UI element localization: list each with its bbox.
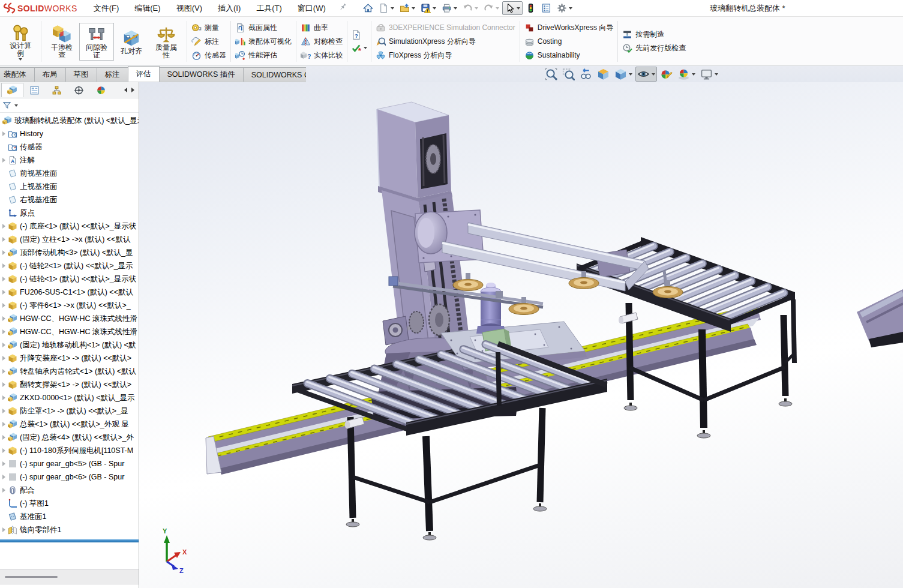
viewport-3d-scene[interactable]: Y X Z xyxy=(139,82,903,588)
file-properties-button[interactable] xyxy=(539,1,554,15)
ribbon-design-checker-button[interactable]: * xyxy=(351,43,367,53)
tree-filter-bar[interactable] xyxy=(0,98,139,113)
tree-item-22[interactable]: 总装<1> (默认) <<默认>_外观 显 xyxy=(0,418,139,431)
panel-tabs-scroll-left[interactable] xyxy=(124,88,127,92)
zoom-fit-button[interactable] xyxy=(543,67,559,82)
ribbon-DriveWorksXpress 向导-button[interactable]: DriveWorksXpress 向导 xyxy=(524,22,613,34)
dropdown-caret[interactable] xyxy=(412,7,415,10)
tab-装配体[interactable]: 装配体 xyxy=(0,67,35,82)
filter-dropdown-caret[interactable] xyxy=(14,104,18,107)
open-document-button[interactable] xyxy=(397,1,418,15)
tab-评估[interactable]: 评估 xyxy=(128,66,160,82)
expand-arrow-icon[interactable] xyxy=(0,158,8,163)
ribbon-先前发行版检查-button[interactable]: 先前发行版检查 xyxy=(622,42,686,55)
tree-item-24[interactable]: (-) 110-180系列伺服电机[110ST-M xyxy=(0,444,139,457)
dropdown-caret[interactable] xyxy=(692,73,695,76)
tree-root[interactable]: 玻璃翻转机总装配体 (默认) <默认_显示 xyxy=(0,114,139,127)
tree-item-29[interactable]: 基准面1 xyxy=(0,510,139,523)
dropdown-caret[interactable] xyxy=(364,47,367,49)
tree-item-0[interactable]: History xyxy=(0,127,139,140)
expand-arrow-icon[interactable] xyxy=(0,250,8,255)
tab-SOLIDWORKS 插件[interactable]: SOLIDWORKS 插件 xyxy=(159,67,244,82)
ribbon-间隙验证-button[interactable]: 间隙验证 xyxy=(79,23,114,61)
tree-item-21[interactable]: 防尘罩<1> -> (默认) <<默认>_显 xyxy=(0,404,139,418)
expand-arrow-icon[interactable] xyxy=(0,461,8,466)
tree-item-12[interactable]: FU206-SUS-C1<1> (默认) <<默认 xyxy=(0,286,139,299)
expand-arrow-icon[interactable] xyxy=(0,263,8,268)
tree-item-4[interactable]: 上视基准面 xyxy=(0,180,139,193)
configurationmanager-tab[interactable] xyxy=(46,83,68,97)
hide-show-items-button[interactable] xyxy=(635,67,657,82)
tree-item-3[interactable]: 前视基准面 xyxy=(0,167,139,180)
expand-arrow-icon[interactable] xyxy=(0,290,8,295)
ribbon-对称检查-button[interactable]: 对称检查 xyxy=(301,35,343,48)
dropdown-caret[interactable] xyxy=(715,73,718,76)
print-button[interactable] xyxy=(439,1,460,15)
tree-item-28[interactable]: (-) 草图1 xyxy=(0,497,139,510)
expand-arrow-icon[interactable] xyxy=(0,303,8,308)
panel-tabs-scroll-right[interactable] xyxy=(131,88,134,92)
expand-arrow-icon[interactable] xyxy=(0,435,8,440)
tree-item-15[interactable]: HGW-CC、HGW-HC 滚珠式线性滑 xyxy=(0,325,139,338)
display-style-button[interactable] xyxy=(613,67,634,82)
ribbon-设计算例-button[interactable]: 设计算例 xyxy=(3,21,38,62)
tree-item-5[interactable]: 右视基准面 xyxy=(0,193,139,206)
ribbon-孔对齐-button[interactable]: 孔对齐 xyxy=(114,26,149,56)
menu-insert[interactable]: 插入(I) xyxy=(210,0,248,16)
tree-item-10[interactable]: (-) 链轮2<1> (默认) <<默认>_显示 xyxy=(0,259,139,272)
ribbon-FloXpress 分析向导-button[interactable]: FloXpress 分析向导 xyxy=(376,49,515,62)
expand-arrow-icon[interactable] xyxy=(0,475,8,479)
dropdown-caret[interactable] xyxy=(454,7,457,10)
tree-item-16[interactable]: (固定) 地轨移动机构<1> (默认) <默 xyxy=(0,338,139,352)
redo-button[interactable] xyxy=(481,1,502,15)
pin-menubar-button[interactable] xyxy=(334,2,352,14)
expand-arrow-icon[interactable] xyxy=(0,488,8,493)
dropdown-caret[interactable] xyxy=(517,7,520,10)
menu-file[interactable]: 文件(F) xyxy=(86,0,127,16)
tree-item-27[interactable]: 配合 xyxy=(0,484,139,497)
ribbon-3DEXPERIENCE Simulation Connector-button[interactable]: 3DEXPERIENCE Simulation Connector xyxy=(376,22,515,34)
dropdown-caret[interactable] xyxy=(496,7,499,10)
ribbon-Costing-button[interactable]: Costing xyxy=(524,35,613,48)
ribbon-干涉检查-button[interactable]: 干涉检查 xyxy=(44,23,79,61)
tree-item-13[interactable]: (-) 零件6<1> ->x (默认) <<默认>_ xyxy=(0,299,139,312)
select-tool-button[interactable] xyxy=(502,1,523,15)
ribbon-质量属性-button[interactable]: 质量属性 xyxy=(149,23,184,61)
ribbon-截面属性-button[interactable]: 截面属性 xyxy=(235,22,292,34)
ribbon-性能评估-button[interactable]: 性能评估 xyxy=(235,49,292,62)
previous-view-button[interactable] xyxy=(578,67,594,82)
rollback-bar[interactable] xyxy=(0,539,139,542)
zoom-area-button[interactable] xyxy=(560,67,577,82)
expand-arrow-icon[interactable] xyxy=(0,237,8,242)
tree-item-25[interactable]: (-) spur gear_gb<5> (GB - Spur xyxy=(0,457,139,470)
expand-arrow-icon[interactable] xyxy=(0,382,8,387)
tab-布局[interactable]: 布局 xyxy=(34,67,66,82)
edit-appearance-button[interactable] xyxy=(658,67,674,82)
home-button[interactable] xyxy=(361,1,376,15)
expand-arrow-icon[interactable] xyxy=(0,448,8,453)
splitter-handle[interactable] xyxy=(5,576,58,578)
dropdown-caret[interactable] xyxy=(629,73,632,76)
dropdown-caret[interactable] xyxy=(652,73,655,76)
menu-edit[interactable]: 编辑(E) xyxy=(127,0,168,16)
expand-arrow-icon[interactable] xyxy=(0,527,8,532)
ribbon-Sustainability-button[interactable]: Sustainability xyxy=(524,49,613,62)
tree-item-2[interactable]: A注解 xyxy=(0,154,139,167)
tree-item-23[interactable]: (固定) 总装<4> (默认) <<默认>_外 xyxy=(0,431,139,444)
tab-标注[interactable]: 标注 xyxy=(97,67,128,82)
expand-arrow-icon[interactable] xyxy=(0,395,8,400)
save-button[interactable] xyxy=(418,1,439,15)
expand-arrow-icon[interactable] xyxy=(0,224,8,229)
ribbon-实体比较-button[interactable]: ?实体比较 xyxy=(301,49,343,62)
tree-item-18[interactable]: 转盘轴承内齿轮式<1> (默认) <默认 xyxy=(0,365,139,378)
menu-tools[interactable]: 工具(T) xyxy=(248,0,290,16)
expand-arrow-icon[interactable] xyxy=(0,369,8,374)
expand-arrow-icon[interactable] xyxy=(0,422,8,427)
expand-arrow-icon[interactable] xyxy=(0,343,8,347)
menu-window[interactable]: 窗口(W) xyxy=(290,0,334,16)
tree-item-20[interactable]: ZKXD-0000<1> (默认) <默认_显示 xyxy=(0,391,139,404)
panel-splitter[interactable] xyxy=(0,569,139,584)
tree-item-1[interactable]: 传感器 xyxy=(0,140,139,154)
dropdown-caret[interactable] xyxy=(391,7,394,10)
ribbon-传感器-button[interactable]: 传感器 xyxy=(191,49,226,62)
